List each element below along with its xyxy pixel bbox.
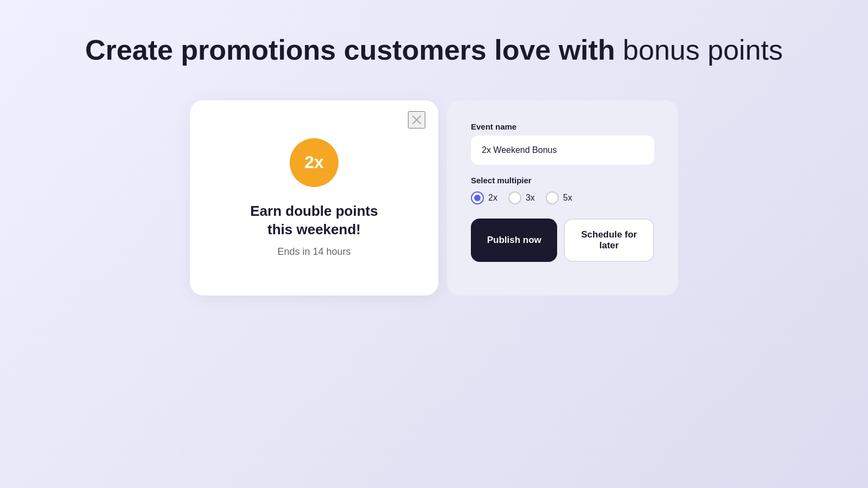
promo-subtitle: Ends in 14 hours [277,246,350,258]
multiplier-label: Select multipier [471,176,654,185]
schedule-later-button[interactable]: Schedule for later [564,219,654,262]
headline-section: Create promotions customers love with bo… [85,33,783,68]
multiplier-option-2x[interactable]: 2x [471,191,497,204]
multiplier-badge: 2x [290,138,339,187]
form-panel: Event name Select multipier 2x 3x 5x [447,100,678,296]
radio-label-5x: 5x [563,193,572,203]
main-content: 2x Earn double pointsthis weekend! Ends … [190,100,678,296]
multiplier-options: 2x 3x 5x [471,191,654,204]
radio-2x[interactable] [471,191,484,204]
radio-label-3x: 3x [526,193,535,203]
preview-card: 2x Earn double pointsthis weekend! Ends … [190,100,438,296]
action-buttons: Publish now Schedule for later [471,219,654,262]
publish-now-button[interactable]: Publish now [471,219,557,262]
event-name-input[interactable] [471,136,654,165]
promo-title: Earn double pointsthis weekend! [250,202,378,239]
event-name-field: Event name [471,122,654,165]
radio-3x[interactable] [508,191,521,204]
multiplier-field: Select multipier 2x 3x 5x [471,176,654,204]
multiplier-option-5x[interactable]: 5x [546,191,572,204]
radio-label-2x: 2x [488,193,497,203]
badge-text: 2x [304,152,324,172]
multiplier-option-3x[interactable]: 3x [508,191,535,204]
close-button[interactable] [408,111,425,129]
headline-bold: Create promotions customers love with [85,34,615,66]
event-name-label: Event name [471,122,654,131]
headline-light-text: bonus points [623,34,783,66]
radio-5x[interactable] [546,191,559,204]
